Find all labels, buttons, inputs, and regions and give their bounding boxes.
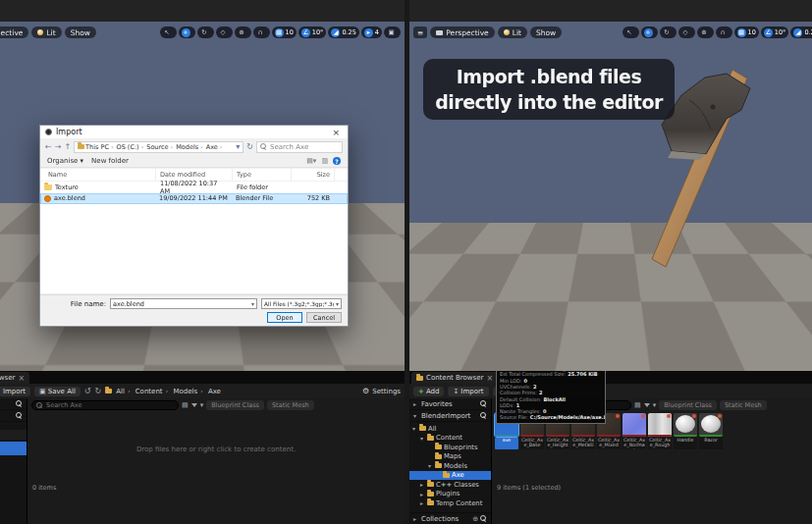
viewport-tool-button[interactable]: ↖: [623, 26, 639, 38]
breadcrumb-item[interactable]: Content: [135, 388, 172, 395]
perspective-button[interactable]: Perspective: [430, 26, 494, 38]
viewport-tool-button[interactable]: ▦ 10: [272, 26, 297, 38]
cancel-button[interactable]: Cancel: [306, 312, 342, 323]
tree-row-selected-partial[interactable]: [0, 442, 27, 455]
asset-area[interactable]: ▤ ▾ Blueprint ClassStatic Mesh Drop file…: [27, 398, 405, 524]
preview-pane-icon[interactable]: ▥: [321, 157, 328, 165]
breadcrumb-item[interactable]: All: [116, 388, 134, 395]
chevron-down-icon[interactable]: ▾: [251, 300, 254, 307]
file-row[interactable]: axe.blend 19/09/2022 11:44 PM Blender Fi…: [40, 193, 348, 205]
breadcrumb-item[interactable]: Axe: [206, 143, 225, 151]
close-icon[interactable]: ×: [329, 128, 343, 137]
blenderimport-section[interactable]: ▾ BlenderImport: [409, 410, 491, 422]
expand-arrow-icon[interactable]: ▾: [420, 435, 425, 442]
viewport-tool-button[interactable]: ↖: [160, 26, 177, 38]
tree-item[interactable]: ▸ Temp Content: [409, 498, 491, 508]
file-row[interactable]: Texture 11/08/2022 10:37 AM File folder: [40, 182, 348, 193]
column-header-type[interactable]: Type: [233, 169, 292, 181]
show-button[interactable]: Show: [530, 26, 562, 38]
add-collection-icon[interactable]: ⊕: [472, 515, 478, 523]
column-header-size[interactable]: Size: [292, 169, 335, 181]
viewport-tool-button[interactable]: ▦ 10: [734, 26, 759, 38]
asset-tile[interactable]: Celtic_Axe_Rough: [648, 413, 672, 449]
viewport-menu-button[interactable]: ≡: [413, 26, 427, 38]
file-type-select[interactable]: All Files (*.3g2;*.3gp;*.3gp2;*.3 ▾: [261, 298, 342, 309]
back-icon[interactable]: ←: [45, 142, 52, 151]
viewport-tool-button[interactable]: ⊕: [235, 26, 251, 38]
perspective-button[interactable]: Perspective: [0, 26, 28, 38]
blenderimport-row[interactable]: [0, 410, 27, 422]
organise-button[interactable]: Organise ▾: [47, 157, 83, 165]
tree-item[interactable]: ▾ All: [409, 424, 491, 434]
viewport-tool-button[interactable]: ▣: [384, 26, 401, 38]
lit-button[interactable]: Lit: [498, 26, 527, 38]
filter-chip[interactable]: Static Mesh: [267, 400, 314, 410]
favorites-section[interactable]: ▸ Favorites: [409, 398, 491, 410]
viewport-tool-button[interactable]: ◇: [216, 26, 233, 38]
filter-funnel-icon[interactable]: [644, 403, 650, 407]
viewport-tool-button[interactable]: ◢ 0.25: [328, 26, 358, 38]
viewport-3d[interactable]: ≡ Perspective Lit Show ↖: [409, 22, 812, 371]
lit-button[interactable]: Lit: [31, 26, 61, 38]
viewport-tool-button[interactable]: ⊕: [697, 26, 714, 38]
add-button[interactable]: + Add: [413, 387, 444, 396]
expand-arrow-icon[interactable]: ▸: [420, 499, 425, 506]
settings-button[interactable]: ⚙ Settings: [362, 387, 401, 395]
asset-tile[interactable]: Celtic_Axe_Normal: [623, 413, 646, 449]
saved-search-icon[interactable]: ▤: [634, 401, 641, 409]
breadcrumb-item[interactable]: OS (C:): [117, 143, 146, 151]
favorites-row[interactable]: [0, 398, 27, 410]
open-button[interactable]: Open: [267, 312, 302, 323]
filter-chip[interactable]: Blueprint Class: [659, 400, 717, 410]
search-box[interactable]: [31, 400, 179, 410]
tree-item[interactable]: ▸ Plugins: [409, 490, 491, 499]
filter-funnel-icon[interactable]: [191, 403, 197, 407]
tab-content-browser[interactable]: Content Browser ×: [411, 372, 498, 384]
tree-item[interactable]: Maps: [409, 452, 491, 462]
saved-search-icon[interactable]: ▤: [182, 401, 189, 409]
tree-row-partial[interactable]: [0, 430, 27, 440]
tree-item[interactable]: ▾ Content: [409, 434, 491, 444]
viewport-tool-button[interactable]: ↻: [660, 26, 677, 38]
show-button[interactable]: Show: [65, 26, 96, 38]
viewport-tool-button[interactable]: ∠ 10°: [298, 26, 327, 38]
breadcrumb-item[interactable]: Source: [146, 143, 175, 151]
history-back-icon[interactable]: ↺: [84, 387, 91, 395]
tree-item[interactable]: Axe: [409, 471, 491, 481]
address-bar[interactable]: This PCOS (C:)SourceModelsAxe ▾: [74, 141, 244, 153]
tree-item[interactable]: ▸ C++ Classes: [409, 480, 491, 490]
expand-arrow-icon[interactable]: ▸: [420, 491, 425, 498]
viewport-tool-button[interactable]: ↻: [197, 26, 214, 38]
chevron-right-icon[interactable]: ▸: [413, 515, 418, 522]
forward-icon[interactable]: →: [55, 142, 62, 151]
column-header-name[interactable]: Name: [40, 169, 156, 181]
viewport-3d[interactable]: Perspective Lit Show ↖: [0, 22, 405, 371]
asset-tile[interactable]: Razor: [699, 413, 723, 449]
view-options-icon[interactable]: ▤▾: [306, 157, 316, 165]
chevron-down-icon[interactable]: ▾: [200, 401, 204, 409]
import-button[interactable]: ↧ Import: [0, 387, 30, 396]
asset-tile[interactable]: Handle: [674, 413, 697, 449]
viewport-tool-button[interactable]: ▸ 4: [361, 26, 382, 38]
viewport-tool-button[interactable]: ∠ 10°: [761, 26, 789, 38]
breadcrumb-item[interactable]: Axe: [208, 388, 221, 395]
viewport-tool-button[interactable]: +: [179, 26, 195, 38]
expand-arrow-icon[interactable]: ▾: [428, 462, 433, 469]
close-icon[interactable]: ×: [486, 374, 493, 383]
chevron-down-icon[interactable]: ▾: [413, 412, 418, 419]
new-folder-button[interactable]: New folder: [91, 157, 129, 165]
up-icon[interactable]: ↑: [64, 142, 71, 151]
expand-arrow-icon[interactable]: ▸: [420, 481, 425, 488]
viewport-tool-button[interactable]: +: [641, 26, 658, 38]
file-name-input[interactable]: [113, 300, 251, 308]
tree-item[interactable]: Blueprints: [409, 443, 491, 452]
breadcrumb-item[interactable]: Models: [176, 143, 205, 151]
import-button[interactable]: ↧ Import: [448, 387, 488, 396]
viewport-tool-button[interactable]: ◇: [678, 26, 695, 38]
close-icon[interactable]: ×: [18, 374, 25, 383]
help-icon[interactable]: ?: [333, 157, 341, 165]
chevron-down-icon[interactable]: ▾: [236, 142, 240, 151]
tree-item[interactable]: ▾ Models: [409, 461, 491, 471]
viewport-tool-button[interactable]: ∩: [716, 26, 732, 38]
dialog-search-box[interactable]: Search Axe: [256, 141, 343, 153]
